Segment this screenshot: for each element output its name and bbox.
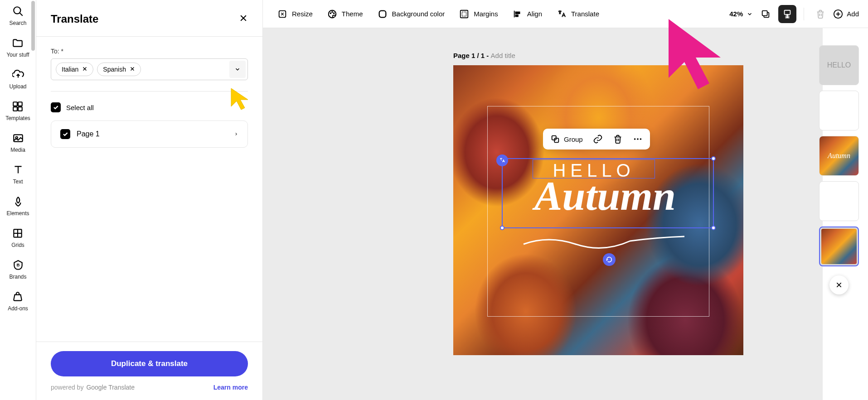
svg-rect-4 — [14, 107, 18, 111]
lang-chip-spanish: Spanish — [97, 63, 141, 76]
page-thumbnails-button[interactable] — [778, 5, 796, 23]
thumbnail-5-image — [821, 229, 857, 264]
translate-body: To: * Italian Spanish Sele — [36, 37, 262, 342]
background-color-button[interactable]: Background color — [372, 5, 451, 23]
svg-rect-2 — [14, 102, 18, 106]
remove-spanish-button[interactable] — [130, 66, 135, 73]
translate-label: Translate — [571, 10, 599, 18]
page-1-label: Page 1 — [77, 130, 100, 138]
resize-button[interactable]: Resize — [272, 5, 318, 23]
svg-point-21 — [332, 11, 333, 12]
page-info-prefix: Page 1 / 1 - — [453, 52, 491, 59]
remove-italian-button[interactable] — [82, 66, 87, 73]
svg-rect-3 — [19, 102, 23, 106]
rotate-handle[interactable] — [603, 253, 616, 266]
add-title-placeholder[interactable]: Add title — [491, 52, 515, 59]
svg-rect-23 — [379, 10, 386, 17]
layers-button[interactable] — [756, 5, 775, 23]
page-info: Page 1 / 1 - Add title — [453, 52, 515, 59]
margins-button[interactable]: Margins — [454, 5, 503, 23]
powered-by-label: powered by — [51, 384, 83, 391]
translate-button[interactable]: Translate — [551, 5, 605, 23]
svg-rect-5 — [19, 107, 23, 111]
duplicate-translate-button[interactable]: Duplicate & translate — [51, 351, 248, 376]
svg-line-1 — [19, 13, 23, 16]
close-panel-button[interactable] — [239, 14, 248, 25]
align-button[interactable]: Align — [507, 5, 548, 23]
add-page-button[interactable]: Add — [833, 9, 859, 19]
delete-button[interactable] — [811, 5, 829, 23]
inner-selection-box[interactable] — [502, 158, 714, 228]
svg-point-20 — [330, 13, 331, 14]
svg-point-36 — [634, 138, 635, 140]
left-nav-sidebar: Search Your stuff Upload Templates Media… — [0, 0, 36, 400]
nav-search[interactable]: Search — [9, 5, 26, 26]
svg-point-22 — [334, 13, 335, 14]
swoosh-decoration — [521, 233, 689, 251]
thumbnail-1-text: HELLO — [827, 61, 851, 69]
nav-media[interactable]: Media — [10, 132, 25, 153]
nav-search-label: Search — [9, 20, 26, 26]
page-thumbnails-panel: HELLO Autumn — [819, 45, 859, 294]
add-label: Add — [847, 10, 859, 18]
theme-button[interactable]: Theme — [322, 5, 369, 23]
nav-upload-label: Upload — [9, 83, 26, 90]
selection-handle-br[interactable] — [711, 226, 716, 230]
canvas-page[interactable]: HELLO Autumn Group — [453, 65, 743, 355]
thumbnail-2[interactable] — [819, 91, 859, 130]
svg-point-38 — [640, 138, 641, 140]
google-translate-logo: Google Translate — [86, 384, 135, 391]
nav-your-stuff[interactable]: Your stuff — [6, 37, 29, 58]
page-1-row[interactable]: Page 1 — [51, 120, 248, 148]
nav-addons[interactable]: Add-ons — [8, 291, 28, 312]
close-thumbnails-button[interactable] — [829, 275, 849, 294]
language-select[interactable]: Italian Spanish — [51, 58, 248, 80]
zoom-control[interactable]: 42% — [729, 10, 753, 18]
translate-badge-icon[interactable] — [496, 154, 508, 166]
page-1-checkbox[interactable] — [60, 129, 70, 139]
nav-media-label: Media — [10, 147, 25, 153]
to-label: To: * — [51, 48, 248, 55]
group-button[interactable]: Group — [550, 134, 583, 144]
nav-brands[interactable]: B Brands — [9, 259, 26, 280]
divider — [51, 91, 248, 92]
link-button[interactable] — [593, 134, 603, 144]
select-all-checkbox[interactable] — [51, 102, 61, 112]
thumbnail-1[interactable]: HELLO — [819, 45, 859, 85]
nav-text[interactable]: Text — [12, 164, 24, 185]
nav-grids[interactable]: Grids — [11, 227, 24, 248]
resize-label: Resize — [292, 10, 313, 18]
thumbnail-3-text: Autumn — [828, 152, 850, 160]
language-dropdown-button[interactable] — [229, 61, 246, 78]
nav-elements[interactable]: Elements — [6, 196, 29, 217]
svg-rect-24 — [461, 10, 468, 18]
thumbnail-4[interactable] — [819, 181, 859, 221]
learn-more-link[interactable]: Learn more — [213, 384, 248, 391]
translate-footer: Duplicate & translate powered by Google … — [36, 342, 262, 400]
svg-rect-25 — [462, 12, 466, 16]
delete-element-button[interactable] — [613, 134, 623, 144]
nav-upload[interactable]: Upload — [9, 69, 26, 90]
top-toolbar: Resize Theme Background color Margins Al… — [263, 0, 868, 28]
powered-by-text: powered by Google Translate — [51, 384, 135, 391]
svg-rect-30 — [785, 10, 790, 14]
selection-handle-tr[interactable] — [711, 156, 716, 161]
nav-templates[interactable]: Templates — [5, 101, 30, 121]
group-label: Group — [564, 135, 583, 143]
selection-handle-bl[interactable] — [500, 226, 504, 230]
zoom-value: 42% — [729, 10, 743, 18]
more-options-button[interactable] — [633, 134, 643, 144]
lang-chip-italian: Italian — [56, 63, 93, 76]
nav-templates-label: Templates — [5, 115, 30, 121]
scrollbar-thumb[interactable] — [31, 1, 35, 51]
canvas-area[interactable]: Page 1 / 1 - Add title HELLO Autumn Grou… — [263, 28, 823, 400]
lang-chip-spanish-label: Spanish — [103, 66, 126, 73]
nav-grids-label: Grids — [11, 242, 24, 248]
svg-rect-29 — [762, 10, 767, 15]
theme-label: Theme — [342, 10, 363, 18]
nav-addons-label: Add-ons — [8, 305, 28, 312]
thumbnail-3[interactable]: Autumn — [819, 136, 859, 176]
select-all-label: Select all — [66, 104, 94, 111]
select-all-row: Select all — [51, 102, 248, 112]
thumbnail-5[interactable] — [819, 227, 859, 266]
